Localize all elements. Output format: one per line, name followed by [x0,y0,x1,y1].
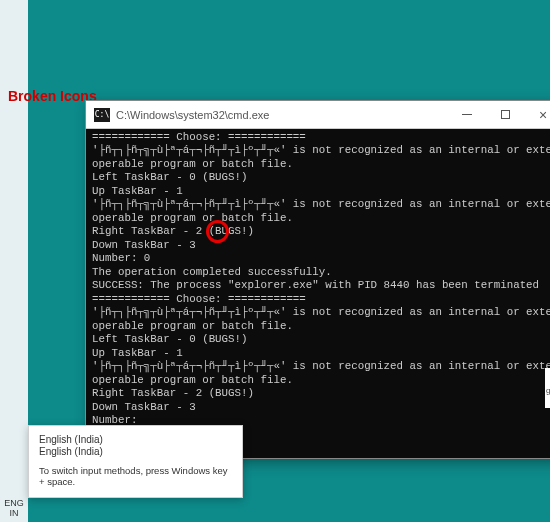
minimize-icon [462,114,472,115]
left-strip [0,0,28,522]
maximize-icon [501,110,510,119]
console-output[interactable]: ============ Choose: ============ '├ñ┬┐├… [86,129,550,458]
partial-taskbar-fragment: g [545,368,550,408]
region-code: IN [2,509,26,519]
language-indicator[interactable]: ENG IN [2,499,26,519]
annotation-label: Broken Icons [8,88,97,104]
maximize-button[interactable] [486,101,524,128]
close-button[interactable]: × [524,101,550,128]
ime-language-primary: English (India) [39,434,232,445]
ime-hint: To switch input methods, press Windows k… [39,465,232,487]
cmd-icon: C:\ [94,108,110,122]
ime-tooltip: English (India) English (India) To switc… [28,425,243,498]
window-title: C:\Windows\system32\cmd.exe [116,109,448,121]
window-controls: × [448,101,550,128]
close-icon: × [539,108,547,122]
minimize-button[interactable] [448,101,486,128]
titlebar[interactable]: C:\ C:\Windows\system32\cmd.exe × [86,101,550,129]
ime-language-secondary: English (India) [39,446,232,457]
cmd-window: C:\ C:\Windows\system32\cmd.exe × ======… [85,100,550,459]
